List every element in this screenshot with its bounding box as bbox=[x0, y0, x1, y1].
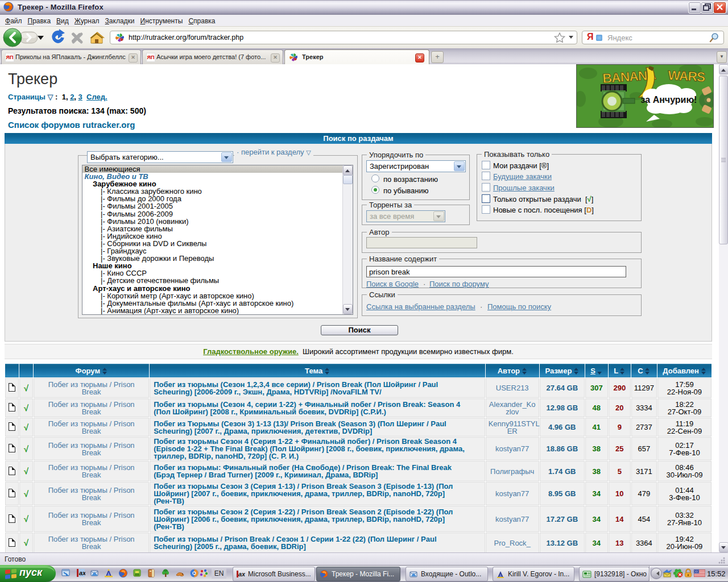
svg-text:WARS: WARS bbox=[668, 68, 706, 84]
svg-text:ax: ax bbox=[79, 569, 85, 576]
svg-text:ax: ax bbox=[238, 571, 245, 577]
svg-text:за Анчурию!: за Анчурию! bbox=[641, 95, 697, 105]
